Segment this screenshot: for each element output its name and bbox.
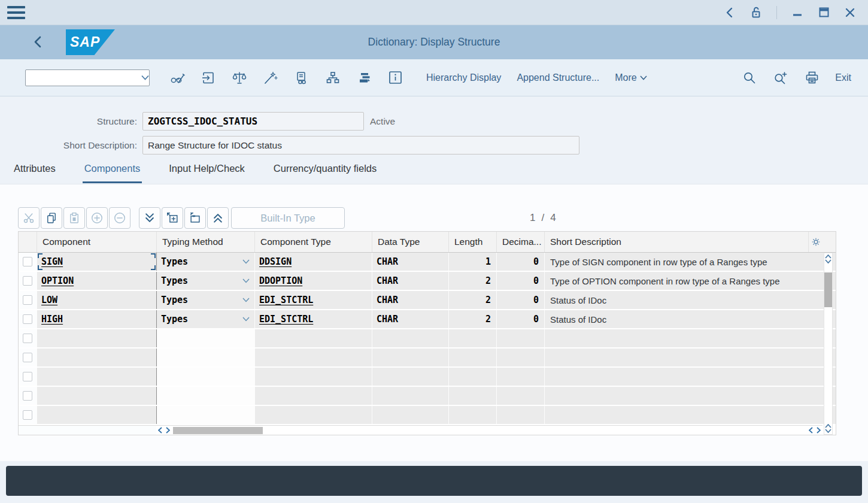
delete-line-button[interactable] (184, 207, 206, 229)
row-checkbox[interactable] (23, 372, 32, 381)
app-header: Dictionary: Display Structure SAP (0, 25, 868, 59)
typing-method-select[interactable]: Types (156, 253, 254, 271)
exit-button[interactable]: Exit (835, 72, 851, 83)
scroll-down-icon (825, 429, 831, 433)
component-type-link[interactable]: DDOPTION (259, 275, 302, 286)
org-chart-button[interactable] (317, 66, 348, 90)
component-type-link[interactable]: EDI_STCTRL (259, 314, 313, 325)
header-short-description[interactable]: Short Description (544, 232, 808, 252)
component-type-link[interactable]: EDI_STCTRL (259, 295, 313, 305)
horizontal-scroll-thumb[interactable] (173, 427, 263, 434)
command-input[interactable] (26, 70, 141, 86)
page-total: 4 (550, 212, 556, 224)
structure-field[interactable]: ZOGTCSS_IDOC_STATUS (142, 112, 364, 131)
sap-gui-window: Dictionary: Display Structure SAP (0, 0, 868, 503)
paste-button[interactable] (63, 207, 85, 229)
components-table: Component Typing Method Component Type D… (18, 231, 836, 435)
close-icon[interactable] (844, 7, 856, 19)
component-link[interactable]: HIGH (41, 314, 63, 325)
short-description-cell: Status of IDoc (544, 310, 823, 328)
hierarchy-display-button[interactable]: Hierarchy Display (426, 72, 501, 83)
row-checkbox[interactable] (23, 410, 32, 420)
append-structure-button[interactable]: Append Structure... (517, 72, 599, 83)
scroll-to-bottom-button[interactable] (139, 207, 160, 229)
command-field[interactable] (25, 69, 150, 86)
header-component-type[interactable]: Component Type (254, 232, 372, 252)
row-checkbox[interactable] (23, 353, 32, 362)
check-scales-button[interactable] (224, 66, 255, 90)
data-type-cell: CHAR (377, 314, 398, 325)
delete-row-button[interactable] (109, 207, 130, 229)
object-list-button[interactable] (348, 66, 380, 90)
cut-button[interactable] (18, 207, 40, 229)
table-empty-row (19, 368, 836, 387)
document-arrow-button[interactable] (193, 66, 224, 90)
short-description-field[interactable]: Range Structure for IDOC status (142, 136, 579, 154)
decimals-cell: 0 (533, 295, 539, 305)
scroll-right-icon[interactable] (164, 426, 172, 435)
table-row: HIGH Types EDI_STCTRL CHAR 2 0 Status of… (19, 310, 836, 329)
back-button[interactable] (34, 36, 43, 48)
row-checkbox[interactable] (23, 276, 32, 286)
scroll-left-icon[interactable] (807, 426, 815, 435)
built-in-type-button[interactable]: Built-In Type (231, 207, 345, 229)
maximize-icon[interactable] (818, 7, 830, 19)
component-link[interactable]: SIGN (41, 256, 63, 267)
tab-currency-quantity-fields[interactable]: Currency/quantity fields (272, 160, 378, 181)
find-icon[interactable] (738, 66, 761, 90)
table-header-row: Component Typing Method Component Type D… (19, 232, 836, 253)
table-settings-gear-icon[interactable] (808, 232, 823, 252)
find-next-icon[interactable] (769, 66, 792, 90)
chevron-down-icon[interactable] (141, 75, 149, 80)
menu-hamburger-icon[interactable] (7, 6, 25, 19)
vertical-scroll-thumb[interactable] (824, 272, 832, 307)
table-row: SIGN Types DDSIGN CHAR 1 0 Type of SIGN … (19, 253, 836, 272)
table-row: OPTION Types DDOPTION CHAR 2 0 Type of O… (19, 272, 836, 291)
tab-input-help-check[interactable]: Input Help/Check (167, 160, 247, 181)
header-typing-method[interactable]: Typing Method (156, 232, 254, 252)
activate-wand-button[interactable] (255, 66, 286, 90)
more-menu-button[interactable]: More (615, 72, 647, 83)
typing-method-select[interactable]: Types (156, 310, 254, 328)
typing-method-select[interactable]: Types (156, 272, 254, 290)
display-change-button[interactable] (162, 66, 193, 90)
header-data-type[interactable]: Data Type (372, 232, 448, 252)
main-content: Structure: ZOGTCSS_IDOC_STATUS Active Sh… (0, 97, 868, 503)
lock-icon[interactable] (750, 7, 762, 19)
information-button[interactable] (380, 66, 411, 90)
insert-line-button[interactable] (162, 207, 183, 229)
scroll-left-icon[interactable] (156, 426, 164, 435)
header-component[interactable]: Component (37, 232, 156, 252)
component-link[interactable]: LOW (41, 295, 57, 305)
header-decimals[interactable]: Decima... (496, 232, 544, 252)
minimize-icon[interactable] (791, 7, 803, 19)
tab-attributes[interactable]: Attributes (12, 160, 57, 181)
print-icon[interactable] (800, 66, 823, 90)
component-link[interactable]: OPTION (41, 275, 74, 286)
row-checkbox[interactable] (23, 257, 32, 266)
table-empty-row (19, 349, 836, 368)
row-checkbox[interactable] (23, 391, 32, 401)
application-toolbar: Hierarchy Display Append Structure... Mo… (0, 59, 868, 96)
scroll-to-top-button[interactable] (207, 207, 229, 229)
row-checkbox[interactable] (23, 295, 32, 305)
component-type-link[interactable]: DDSIGN (259, 256, 292, 267)
scroll-up-icon (825, 254, 831, 259)
table-empty-row (19, 387, 836, 406)
page-separator: / (541, 212, 544, 224)
header-length[interactable]: Length (448, 232, 496, 252)
length-cell: 2 (485, 295, 491, 305)
row-checkbox[interactable] (23, 314, 32, 324)
decimals-cell: 0 (533, 275, 539, 286)
vertical-scrollbar[interactable] (821, 253, 836, 425)
scroll-right-icon[interactable] (815, 426, 823, 435)
back-chevron-icon[interactable] (724, 7, 736, 19)
row-checkbox[interactable] (23, 334, 32, 343)
horizontal-scrollbar[interactable] (19, 425, 823, 435)
insert-row-button[interactable] (86, 207, 108, 229)
typing-method-select[interactable]: Types (156, 291, 254, 309)
chevron-down-icon (640, 75, 647, 80)
tab-components[interactable]: Components (83, 160, 142, 183)
where-used-button[interactable] (286, 66, 317, 90)
copy-button[interactable] (41, 207, 62, 229)
